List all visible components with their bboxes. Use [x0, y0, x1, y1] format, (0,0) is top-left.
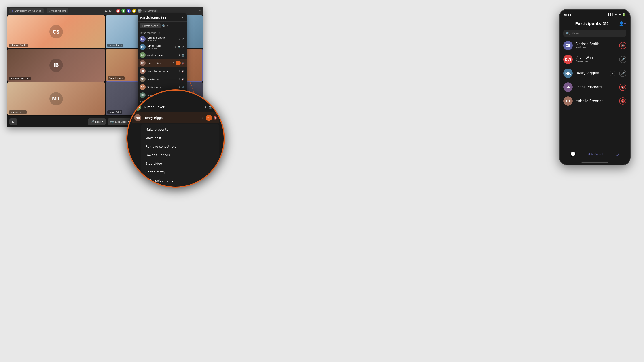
- mic2-icon-umar: 🎤: [181, 45, 184, 48]
- mobile-row-clarissa[interactable]: CS Clarissa Smith Host, me 🔇: [560, 39, 630, 52]
- mic-icon-umar: 🎙: [174, 45, 177, 48]
- mute-button[interactable]: 🎤 Mute ▾: [88, 118, 106, 125]
- participant-row-austen[interactable]: AB Austen Baker 🎙 📷: [138, 51, 187, 59]
- mic-icon-clarissa: 🎤: [181, 37, 184, 40]
- participant-icons-henry: 🎙 ••• 🔇: [173, 60, 184, 65]
- mobile-name-isabelle-mobile: Isabelle Brennan: [575, 99, 616, 103]
- participant-row-clarissa[interactable]: CS Clarissa Smith Host, me 🖥 🎤: [138, 35, 187, 43]
- close-icon[interactable]: ✕: [199, 9, 201, 12]
- mag-context-menu: Make presenter Make host Remove cohost r…: [141, 124, 219, 186]
- mag-mic-henry: 🎙: [202, 116, 204, 120]
- invite-icon: +: [142, 24, 143, 27]
- mag-row-henry[interactable]: HR Henry Riggs 🎙 ••• 🔇: [132, 112, 219, 123]
- stop-video-button[interactable]: 📷 Stop video ▾: [108, 118, 132, 125]
- panel-search-button[interactable]: 🔍: [162, 24, 166, 28]
- menu-item-chat-directly[interactable]: Chat directly: [141, 168, 219, 176]
- mag-more-options-henry[interactable]: •••: [206, 115, 212, 121]
- avatar-umar-panel: UP: [140, 44, 146, 50]
- mobile-search-icon: 🔍: [566, 31, 570, 35]
- menu-item-lower-hands[interactable]: Lower all hands: [141, 151, 219, 159]
- signal-icon: ▌▌▌: [608, 13, 613, 16]
- mic-icon-henry: 🎙: [173, 62, 175, 64]
- panel-sort-button[interactable]: ↕: [167, 24, 168, 28]
- mobile-mic-sonali[interactable]: 🔇: [619, 84, 626, 91]
- mobile-row-kevin[interactable]: KW Kevin Woo Presenter 🎤: [560, 52, 630, 66]
- panel-close-button[interactable]: ✕: [181, 16, 184, 19]
- mag-row-austen[interactable]: AB Austen Baker 🎙 📷 🔇: [132, 102, 219, 112]
- minimize-icon[interactable]: ─: [194, 9, 195, 12]
- mobile-mute-control-button[interactable]: Mute Control: [588, 153, 603, 156]
- avatar-sofia-panel: SG: [140, 84, 146, 90]
- participant-icons-austen: 🎙 📷: [178, 54, 184, 56]
- mobile-sort-button[interactable]: ↕: [622, 31, 624, 35]
- mobile-info-isabelle-mobile: Isabelle Brennan: [575, 99, 616, 103]
- participant-row-marise-panel[interactable]: MT Marise Torres 🖥 🔇: [138, 75, 187, 83]
- invite-label: Invite people: [144, 24, 158, 27]
- layout-view-btn[interactable]: ⊡: [10, 118, 17, 125]
- mobile-role-kevin: Presenter: [575, 60, 616, 63]
- mobile-avatar-kevin: KW: [563, 55, 573, 64]
- participant-row-henry[interactable]: HR Henry Riggs 🎙 ••• 🔇: [138, 59, 187, 67]
- menu-item-make-presenter[interactable]: Make presenter: [141, 125, 219, 134]
- participant-info-umar: Umar Patel Presenter: [147, 44, 173, 50]
- avatar-austen-panel: AB: [140, 52, 146, 58]
- mobile-mic-clarissa[interactable]: 🔇: [619, 42, 626, 49]
- mobile-mute-control-label: Mute Control: [588, 153, 603, 156]
- avatar-murad-panel: MH: [140, 92, 146, 98]
- video-tile-marise[interactable]: MT Marise Torres: [8, 82, 105, 115]
- cam-icon-umar: 📷: [178, 45, 181, 48]
- mobile-smiley-icon: ☺: [615, 151, 620, 157]
- participant-row-umar[interactable]: UP Umar Patel Presenter 🎙 📷 🎤: [138, 43, 187, 51]
- mobile-info-clarissa: Clarissa Smith Host, me: [575, 42, 616, 49]
- mobile-chat-icon: 💬: [570, 151, 576, 157]
- mobile-mic-kevin[interactable]: 🎤: [619, 56, 626, 63]
- participant-role-umar: Presenter: [147, 47, 173, 50]
- participant-icons-umar: 🎙 📷 🎤: [174, 45, 184, 48]
- panel-header: Participants (12) ✕: [138, 13, 187, 22]
- mag-cam-austen: 📷: [208, 105, 212, 109]
- participant-info-marise: Marise Torres: [147, 78, 176, 81]
- menu-item-make-host[interactable]: Make host: [141, 134, 219, 142]
- participant-name-sofia: Sofia Gomez: [147, 86, 176, 89]
- invite-people-button[interactable]: + Invite people: [140, 23, 160, 28]
- mobile-search-input[interactable]: [572, 31, 620, 35]
- participant-icons-marise: 🖥 🔇: [178, 78, 184, 81]
- mobile-back-button[interactable]: ‹: [563, 21, 564, 26]
- mobile-info-henry: Henry Riggins: [575, 71, 607, 75]
- mobile-add-person-button[interactable]: 👤+: [619, 21, 626, 26]
- participant-name-isabella: Isabella Brennan: [147, 70, 176, 73]
- tile-bg-isabelle: IB: [8, 49, 105, 82]
- titlebar-icons: ● ● ● ● 🔍 ⊞ Layout: [116, 9, 158, 13]
- participant-info-henry: Henry Riggs: [147, 62, 171, 64]
- layout-view-icon: ⊡: [12, 120, 14, 123]
- mobile-avatar-isabelle-mobile: IB: [563, 96, 573, 106]
- toolbar-left: ⊡: [10, 118, 17, 125]
- stop-video-label: Stop video: [115, 120, 126, 123]
- mobile-home-indicator: [582, 162, 608, 163]
- window-controls: ─ □ ✕: [194, 9, 201, 12]
- search-icon-title: 🔍: [138, 9, 142, 13]
- video-tile-isabelle[interactable]: IB Isabelle Brennan: [8, 49, 105, 82]
- presenter-badge-henry: ⊞: [610, 71, 615, 76]
- mobile-smiley-button[interactable]: ☺: [615, 151, 620, 157]
- menu-item-edit-display-name[interactable]: Edit display name: [141, 176, 219, 185]
- mobile-chat-button[interactable]: 💬: [570, 151, 576, 157]
- participant-row-isabella[interactable]: IB Isabella Brennan 🖥 🔇: [138, 67, 187, 75]
- mobile-time: 9:41: [564, 13, 571, 16]
- screen-icon-isabella: 🖥: [178, 70, 181, 73]
- mobile-row-sonali[interactable]: SP Sonali Pritchard 🔇: [560, 80, 630, 94]
- tab-meeting-info[interactable]: ℹ Meeting info: [46, 8, 69, 13]
- screen-icon-marise: 🖥: [178, 78, 181, 81]
- tab-development-agenda[interactable]: Development Agenda: [10, 8, 44, 13]
- video-tile-clarissa[interactable]: CS Clarissa Smith: [8, 15, 105, 48]
- mobile-row-isabelle-mobile[interactable]: IB Isabelle Brennan 🔇: [560, 94, 630, 108]
- layout-btn[interactable]: ⊞ Layout: [143, 9, 158, 12]
- mobile-mic-isabelle[interactable]: 🔇: [619, 97, 626, 105]
- more-options-henry[interactable]: •••: [176, 60, 181, 65]
- mobile-row-henry[interactable]: HR Henry Riggins ⊞ 🎤: [560, 66, 630, 80]
- maximize-icon[interactable]: □: [196, 9, 198, 12]
- menu-item-remove-cohost[interactable]: Remove cohost role: [141, 142, 219, 151]
- magnifier-content: AB Austen Baker 🎙 📷 🔇 HR Henry Riggs 🎙 •…: [132, 102, 219, 186]
- menu-item-stop-video[interactable]: Stop video: [141, 159, 219, 168]
- mobile-mic-henry[interactable]: 🎤: [619, 70, 626, 77]
